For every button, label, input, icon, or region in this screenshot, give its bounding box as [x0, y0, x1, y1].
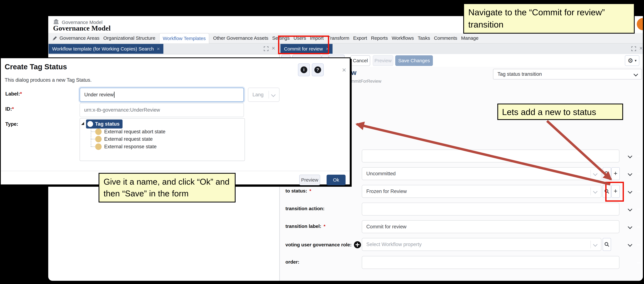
- tree-node-external-request-abort-state[interactable]: External request abort state: [95, 128, 166, 135]
- resource-title-fragment: w: [351, 69, 356, 76]
- main-nav: Governance Areas Organizational Structur…: [48, 33, 643, 44]
- fullscreen-icon[interactable]: [264, 46, 269, 52]
- tree-connector: [91, 139, 95, 139]
- close-icon[interactable]: ×: [272, 45, 275, 51]
- tab-workflow-template-search[interactable]: Workflow template (for Working Copies) S…: [48, 44, 163, 54]
- voting-user-role-label: voting user governance role:: [286, 241, 361, 248]
- nav-other-governance-assets[interactable]: Other Governance Assets: [213, 36, 268, 41]
- dialog-subtitle: This dialog produces a new Tag Status.: [5, 77, 92, 83]
- callout-navigate-transition: Navigate to the “Commit for review” tran…: [463, 3, 635, 34]
- tree-node-external-response-state[interactable]: External response state: [95, 144, 156, 150]
- dialog-preview-button[interactable]: Preview: [299, 175, 320, 185]
- close-icon[interactable]: ×: [342, 66, 346, 74]
- close-icon[interactable]: ×: [156, 46, 160, 52]
- nav-export[interactable]: Export: [353, 36, 367, 41]
- callout-add-new-to-status: Lets add a new to status: [497, 104, 623, 120]
- label-field-label: Label:*: [5, 91, 22, 97]
- status-circle-icon: [95, 144, 102, 150]
- pencil-icon: [52, 36, 57, 42]
- to-status-label: to status:*: [286, 188, 311, 194]
- gear-button[interactable]: ⚙▾: [625, 55, 639, 66]
- close-icon[interactable]: ×: [639, 45, 643, 51]
- nav-tasks[interactable]: Tasks: [418, 36, 430, 41]
- add-button[interactable]: +: [611, 167, 620, 180]
- nav-comments[interactable]: Comments: [434, 36, 457, 41]
- dialog-title: Create Tag Status: [5, 62, 67, 71]
- info-button[interactable]: i: [298, 63, 310, 76]
- status-circle-icon: [87, 121, 93, 127]
- transition-action-label: transition action:: [286, 206, 324, 211]
- lang-button[interactable]: Lang: [248, 88, 280, 102]
- highlight-commit-for-review-tab: [278, 36, 329, 54]
- tree-connector: [91, 128, 91, 147]
- cancel-button[interactable]: Cancel: [350, 55, 370, 66]
- form-field[interactable]: [362, 150, 620, 162]
- nav-governance-areas[interactable]: Governance Areas: [60, 36, 99, 41]
- help-icon: ?: [314, 66, 321, 73]
- search-button[interactable]: [603, 167, 611, 180]
- voting-user-role-field[interactable]: Select Workflow property: [362, 238, 602, 251]
- dialog-footer-divider: [1, 171, 350, 171]
- add-circle-icon[interactable]: [354, 241, 361, 248]
- nav-manage[interactable]: Manage: [461, 36, 478, 41]
- nav-workflow-templates[interactable]: Workflow Templates: [159, 33, 209, 44]
- chevron-down-icon: [593, 172, 598, 176]
- tree-connector: [91, 132, 95, 132]
- transition-label-label: transition label:*: [286, 224, 326, 229]
- type-field-label: Type:: [5, 121, 18, 127]
- avatar[interactable]: [637, 18, 643, 30]
- nav-workflows[interactable]: Workflows: [392, 36, 414, 41]
- order-label: order:: [286, 259, 300, 265]
- search-button[interactable]: [603, 238, 611, 251]
- nav-transform[interactable]: Transform: [328, 36, 350, 41]
- to-status-field[interactable]: Frozen for Review: [362, 185, 602, 198]
- tree-connector: [91, 146, 95, 147]
- chevron-down-icon: [593, 242, 598, 247]
- callout-give-name: Give it a name, and click “Ok” and then …: [98, 173, 236, 202]
- nav-organizational-structure[interactable]: Organizational Structure: [103, 36, 155, 41]
- page-title: Governance Model: [53, 24, 111, 32]
- gear-icon: ⚙: [628, 57, 633, 64]
- chevron-down-icon: [634, 72, 638, 76]
- form-type-select[interactable]: Tag status transition: [493, 69, 642, 80]
- status-circle-icon: [95, 136, 102, 142]
- chevron-down-icon: ▾: [635, 58, 636, 63]
- text-caret: [114, 92, 114, 98]
- tree-node-tag-status[interactable]: Tag status: [86, 120, 122, 128]
- create-tag-status-dialog: Create Tag Status i ? × This dialog prod…: [0, 58, 350, 185]
- info-icon: i: [300, 66, 307, 73]
- tree-expander-icon[interactable]: [81, 122, 84, 125]
- chevron-down-icon: [593, 189, 598, 194]
- highlight-add-to-status-button: [605, 182, 624, 202]
- status-circle-icon: [95, 128, 102, 135]
- help-button[interactable]: ?: [312, 63, 324, 76]
- type-tree: Tag status External request abort state …: [80, 118, 245, 161]
- save-changes-button[interactable]: Save Changes: [395, 55, 433, 66]
- screenshot-stage: Governance Model Governance Model Govern…: [0, 0, 644, 284]
- order-field[interactable]: [362, 256, 620, 269]
- nav-reports[interactable]: Reports: [371, 36, 388, 41]
- id-input[interactable]: urn:x-tb-governance:UnderReview: [80, 103, 244, 117]
- fullscreen-icon[interactable]: [631, 46, 636, 52]
- id-field-label: ID:*: [5, 106, 14, 112]
- transition-action-field[interactable]: [362, 203, 620, 216]
- preview-button[interactable]: Preview: [373, 55, 393, 66]
- transition-label-field[interactable]: Commit for review: [362, 220, 620, 233]
- label-input[interactable]: Under review: [80, 88, 244, 102]
- tree-node-external-request-state[interactable]: External request state: [95, 136, 153, 142]
- chevron-down-icon: [271, 92, 276, 97]
- dialog-ok-button[interactable]: Ok: [326, 175, 346, 185]
- from-status-field[interactable]: Uncommitted: [362, 167, 602, 180]
- resource-id-fragment: mmitForReview: [351, 79, 382, 84]
